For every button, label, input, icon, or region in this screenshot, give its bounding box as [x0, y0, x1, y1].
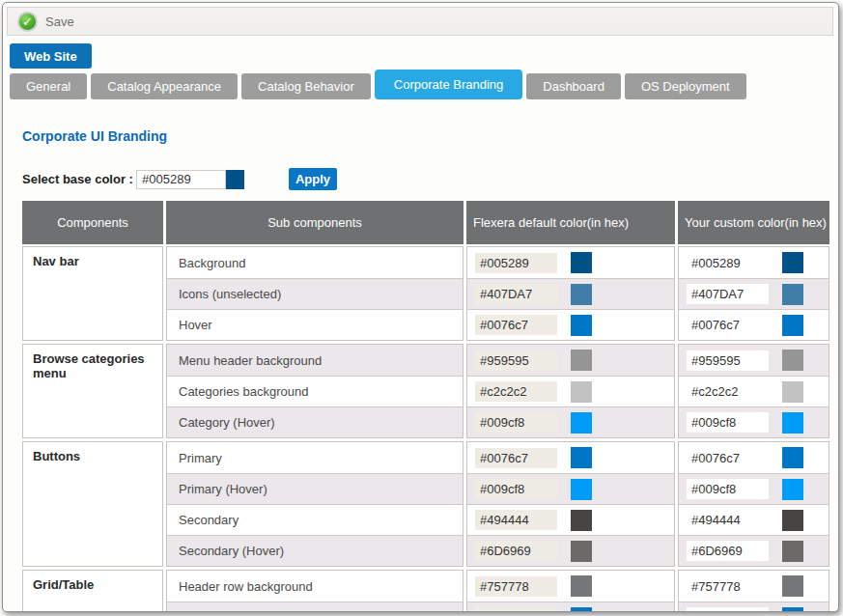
- custom-color-row: [679, 345, 829, 376]
- custom-hex-input[interactable]: [687, 315, 769, 335]
- default-color-row: #0076c7: [467, 442, 674, 473]
- sub-component-row: Scrollbar background: [167, 602, 463, 612]
- custom-color-swatch[interactable]: [782, 315, 803, 336]
- tab-strip: GeneralCatalog AppearanceCatalog Behavio…: [10, 70, 746, 99]
- custom-color-column: [678, 344, 829, 438]
- sub-component-label: Secondary (Hover): [167, 544, 284, 558]
- default-color-swatch: [571, 252, 592, 273]
- base-color-label: Select base color :: [22, 172, 136, 186]
- sub-component-label: Header row background: [167, 579, 313, 594]
- custom-hex-input[interactable]: [687, 284, 769, 304]
- custom-color-column: [678, 441, 829, 567]
- custom-hex-input[interactable]: [687, 541, 769, 561]
- default-color-swatch: [571, 350, 592, 371]
- table-header-row: ComponentsSub componentsFlexera default …: [22, 201, 829, 244]
- custom-color-swatch[interactable]: [782, 252, 803, 273]
- default-hex-value: #0076c7: [475, 315, 557, 335]
- default-color-row: #959595: [467, 345, 674, 376]
- default-hex-value: #959595: [475, 350, 557, 371]
- sub-component-row: Primary: [167, 442, 463, 473]
- custom-color-swatch[interactable]: [782, 575, 803, 597]
- default-color-swatch: [571, 447, 592, 468]
- default-hex-value: #494444: [475, 510, 557, 530]
- custom-hex-input[interactable]: [687, 576, 769, 597]
- save-check-icon: ✓: [17, 12, 38, 32]
- save-button[interactable]: ✓ Save: [8, 8, 84, 35]
- sub-component-row: Menu header background: [167, 345, 463, 376]
- default-color-row: #407DA7: [467, 278, 674, 309]
- settings-window: ✓ Save Web Site GeneralCatalog Appearanc…: [2, 2, 839, 612]
- default-color-row: #009cf8: [467, 406, 674, 437]
- custom-color-swatch[interactable]: [782, 541, 803, 562]
- base-color-swatch[interactable]: [226, 170, 244, 189]
- page-title: Corporate UI Branding: [22, 128, 167, 144]
- custom-color-row: [679, 442, 829, 473]
- default-hex-value: #0076c7: [475, 607, 557, 612]
- custom-hex-input[interactable]: [687, 448, 769, 468]
- sub-components-column: Menu header backgroundCategories backgro…: [166, 344, 464, 438]
- component-group: Browse categories menuMenu header backgr…: [22, 344, 829, 438]
- default-hex-value: #009cf8: [475, 479, 557, 499]
- custom-color-swatch[interactable]: [782, 447, 803, 468]
- tab-dashboard[interactable]: Dashboard: [526, 73, 621, 99]
- sub-component-label: Menu header background: [167, 353, 322, 368]
- tab-os-deployment[interactable]: OS Deployment: [625, 73, 746, 99]
- custom-color-swatch[interactable]: [782, 284, 803, 305]
- custom-hex-input[interactable]: [687, 253, 769, 273]
- default-color-row: #005289: [467, 247, 674, 278]
- custom-color-swatch[interactable]: [782, 412, 803, 434]
- custom-hex-input[interactable]: [687, 381, 769, 402]
- default-color-swatch: [571, 284, 592, 305]
- default-color-row: #c2c2c2: [467, 376, 674, 406]
- custom-color-swatch[interactable]: [782, 510, 803, 531]
- sub-components-column: BackgroundIcons (unselected)Hover: [166, 246, 464, 341]
- column-header: Flexera default color(in hex): [466, 201, 675, 244]
- sub-component-label: Hover: [167, 318, 212, 332]
- default-hex-value: #c2c2c2: [475, 381, 557, 402]
- column-header: Your custom color(in hex): [678, 201, 829, 244]
- tab-catalog-behavior[interactable]: Catalog Behavior: [241, 73, 371, 99]
- default-hex-value: #6D6969: [475, 541, 557, 561]
- sub-component-row: Categories background: [167, 376, 463, 406]
- sub-component-label: Icons (unselected): [167, 287, 281, 301]
- custom-color-column: [678, 570, 829, 612]
- tab-web-site-label: Web Site: [24, 49, 77, 64]
- custom-color-swatch[interactable]: [782, 479, 803, 500]
- component-name-cell: Nav bar: [22, 246, 163, 341]
- custom-color-row: [679, 278, 829, 309]
- component-group: Grid/TableHeader row backgroundScrollbar…: [22, 570, 829, 612]
- default-color-swatch: [571, 575, 592, 597]
- custom-hex-input[interactable]: [687, 510, 769, 530]
- custom-color-swatch[interactable]: [782, 381, 803, 403]
- default-hex-value: #407DA7: [475, 284, 557, 304]
- default-color-row: #0076c7: [467, 309, 674, 340]
- sub-component-row: Primary (Hover): [167, 473, 463, 504]
- sub-components-column: PrimaryPrimary (Hover)SecondarySecondary…: [166, 441, 464, 567]
- sub-component-label: Primary (Hover): [167, 482, 267, 496]
- tab-catalog-appearance[interactable]: Catalog Appearance: [91, 73, 238, 99]
- sub-component-label: Primary: [167, 451, 222, 465]
- tab-web-site[interactable]: Web Site: [10, 43, 92, 69]
- default-hex-value: #009cf8: [475, 412, 557, 433]
- sub-component-label: Scrollbar background: [167, 610, 297, 612]
- tab-corporate-branding[interactable]: Corporate Branding: [375, 70, 522, 99]
- component-group: ButtonsPrimaryPrimary (Hover)SecondarySe…: [22, 441, 829, 567]
- column-header: Sub components: [166, 201, 464, 244]
- custom-hex-input[interactable]: [687, 350, 769, 371]
- component-name-cell: Browse categories menu: [22, 344, 163, 438]
- column-header: Components: [22, 201, 163, 244]
- custom-color-swatch[interactable]: [782, 607, 803, 613]
- custom-hex-input[interactable]: [687, 479, 769, 499]
- sub-component-row: Header row background: [167, 571, 463, 602]
- custom-color-swatch[interactable]: [782, 350, 803, 371]
- custom-hex-input[interactable]: [687, 412, 769, 433]
- custom-hex-input[interactable]: [687, 607, 769, 612]
- base-color-input[interactable]: [136, 170, 226, 189]
- apply-button[interactable]: Apply: [289, 168, 337, 190]
- default-hex-value: #005289: [475, 253, 557, 273]
- sub-component-label: Secondary: [167, 513, 239, 527]
- sub-component-row: Hover: [167, 309, 463, 340]
- default-color-column: #005289#407DA7#0076c7: [466, 246, 675, 341]
- default-color-swatch: [571, 315, 592, 336]
- tab-general[interactable]: General: [10, 73, 87, 99]
